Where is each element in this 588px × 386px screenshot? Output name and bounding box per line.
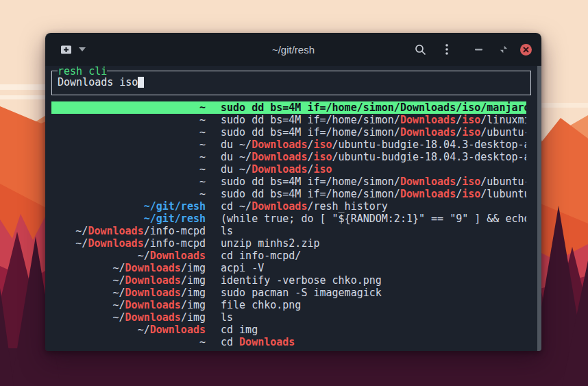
chevron-down-icon bbox=[79, 47, 86, 51]
row-path: ~ bbox=[51, 126, 206, 138]
row-path: ~/Downloads/img bbox=[51, 274, 206, 287]
titlebar[interactable]: ~/git/resh bbox=[45, 33, 541, 66]
menu-button[interactable] bbox=[439, 42, 454, 57]
history-row[interactable]: ~du ~/Downloads/iso bbox=[51, 163, 526, 176]
row-command: du ~/Downloads/iso bbox=[221, 163, 526, 176]
history-row[interactable]: ~/git/reshcd ~/Downloads/resh_history bbox=[51, 200, 526, 213]
text-cursor bbox=[138, 77, 144, 88]
search-query-text: Downloads iso bbox=[58, 76, 138, 88]
search-button[interactable] bbox=[413, 42, 428, 57]
row-command: ls bbox=[221, 311, 526, 324]
row-path: ~ bbox=[51, 336, 206, 348]
new-tab-button[interactable] bbox=[60, 45, 86, 55]
row-path: ~ bbox=[51, 101, 206, 114]
row-path: ~ bbox=[51, 138, 206, 151]
row-path: ~/Downloads bbox=[51, 324, 206, 336]
new-tab-icon bbox=[60, 45, 72, 55]
history-row[interactable]: ~du ~/Downloads/iso/ubuntu-budgie-18.04.… bbox=[51, 151, 526, 163]
history-row[interactable]: ~/Downloadscd info-mcpd/ bbox=[51, 250, 526, 262]
row-path: ~ bbox=[51, 114, 206, 126]
minimize-button[interactable] bbox=[471, 42, 486, 57]
row-command: cd img bbox=[221, 324, 526, 336]
search-icon bbox=[415, 44, 426, 56]
history-row[interactable]: ~sudo dd bs=4M if=/home/simon/Downloads/… bbox=[51, 101, 526, 114]
row-command: cd ~/Downloads/resh_history bbox=[221, 200, 526, 213]
row-path: ~/Downloads/img bbox=[51, 299, 206, 311]
row-path: ~ bbox=[51, 176, 206, 188]
panel-title: resh cli bbox=[58, 66, 107, 77]
row-path: ~/git/resh bbox=[51, 200, 206, 213]
history-row[interactable]: ~/Downloads/imgacpi -V bbox=[51, 262, 526, 274]
row-path: ~ bbox=[51, 163, 206, 176]
search-input[interactable]: Downloads iso bbox=[52, 71, 530, 94]
row-command: cd Downloads bbox=[221, 336, 526, 348]
row-path: ~ bbox=[51, 188, 206, 200]
row-path: ~/git/resh bbox=[51, 213, 206, 225]
row-path: ~ bbox=[51, 151, 206, 163]
row-command: sudo dd bs=4M if=/home/simon/Downloads/i… bbox=[221, 188, 526, 200]
scrollbar[interactable] bbox=[537, 66, 541, 351]
row-command: identify -verbose chko.png bbox=[221, 274, 526, 287]
row-command: unzip minhs2.zip bbox=[221, 237, 526, 250]
kebab-menu-icon bbox=[445, 44, 448, 55]
row-command: sudo dd bs=4M if=/home/simon/Downloads/i… bbox=[221, 114, 526, 126]
history-row[interactable]: ~du ~/Downloads/iso/ubuntu-budgie-18.04.… bbox=[51, 138, 526, 151]
history-list: ~sudo dd bs=4M if=/home/simon/Downloads/… bbox=[51, 101, 526, 348]
history-row[interactable]: ~/Downloads/info-mcpdunzip minhs2.zip bbox=[51, 237, 526, 250]
history-row[interactable]: ~/Downloads/imgfile chko.png bbox=[51, 299, 526, 311]
row-command: (while true; do [ "${RANDOM:2:1}" == "9"… bbox=[221, 213, 526, 225]
row-command: acpi -V bbox=[221, 262, 526, 274]
history-row[interactable]: ~/Downloads/imgls bbox=[51, 311, 526, 324]
row-command: du ~/Downloads/iso/ubuntu-budgie-18.04.3… bbox=[221, 151, 526, 163]
row-command: cd info-mcpd/ bbox=[221, 250, 526, 262]
row-path: ~/Downloads/img bbox=[51, 262, 206, 274]
close-button[interactable] bbox=[520, 44, 532, 56]
row-path: ~/Downloads/img bbox=[51, 287, 206, 299]
history-row[interactable]: ~cd Downloads bbox=[51, 336, 526, 348]
restore-icon bbox=[500, 45, 508, 53]
terminal-content: resh cli Downloads iso ~sudo dd bs=4M if… bbox=[45, 66, 541, 351]
row-path: ~/Downloads/info-mcpd bbox=[51, 237, 206, 250]
history-row[interactable]: ~/Downloadscd img bbox=[51, 324, 526, 336]
history-row[interactable]: ~/git/resh(while true; do [ "${RANDOM:2:… bbox=[51, 213, 526, 225]
history-row[interactable]: ~sudo dd bs=4M if=/home/simon/Downloads/… bbox=[51, 188, 526, 200]
row-command: sudo dd bs=4M if=/home/simon/Downloads/i… bbox=[221, 176, 526, 188]
history-row[interactable]: ~sudo dd bs=4M if=/home/simon/Downloads/… bbox=[51, 176, 526, 188]
row-command: sudo dd bs=4M if=/home/simon/Downloads/i… bbox=[221, 126, 526, 138]
history-row[interactable]: ~/Downloads/imgsudo pacman -S imagemagic… bbox=[51, 287, 526, 299]
history-row[interactable]: ~/Downloads/imgidentify -verbose chko.pn… bbox=[51, 274, 526, 287]
close-icon bbox=[523, 47, 529, 53]
row-command: file chko.png bbox=[221, 299, 526, 311]
search-panel: resh cli Downloads iso bbox=[51, 71, 531, 95]
row-path: ~/Downloads bbox=[51, 250, 206, 262]
history-row[interactable]: ~sudo dd bs=4M if=/home/simon/Downloads/… bbox=[51, 114, 526, 126]
row-command: ls bbox=[221, 225, 526, 237]
row-command: sudo dd bs=4M if=/home/simon/Downloads/i… bbox=[221, 101, 526, 114]
restore-button[interactable] bbox=[496, 42, 511, 57]
row-command: du ~/Downloads/iso/ubuntu-budgie-18.04.3… bbox=[221, 138, 526, 151]
history-row[interactable]: ~sudo dd bs=4M if=/home/simon/Downloads/… bbox=[51, 126, 526, 138]
history-row[interactable]: ~/Downloads/info-mcpdls bbox=[51, 225, 526, 237]
minimize-icon bbox=[475, 49, 482, 51]
row-path: ~/Downloads/img bbox=[51, 311, 206, 324]
row-command: sudo pacman -S imagemagick bbox=[221, 287, 526, 299]
row-path: ~/Downloads/info-mcpd bbox=[51, 225, 206, 237]
terminal-window: ~/git/resh bbox=[45, 33, 541, 351]
